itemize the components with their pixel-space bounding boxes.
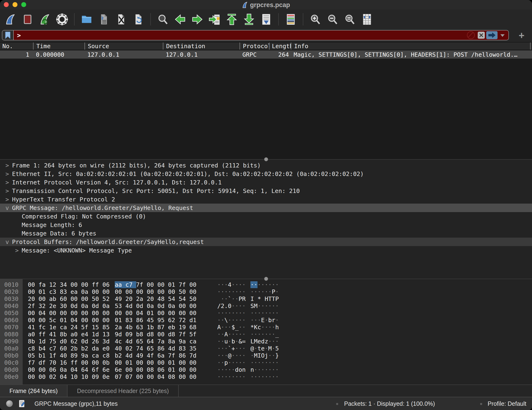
hex-offset: 0010: [0, 281, 23, 288]
hex-row[interactable]: 00c0f7 df 70 16 ff 00 00 0b00 01 00 00 0…: [0, 359, 532, 366]
detail-row[interactable]: >Message: <UNKNOWN> Message Type: [0, 246, 532, 254]
hex-row[interactable]: 00402f 32 2e 30 0d 0a 0d 0a53 4d 0d 0a 0…: [0, 302, 532, 309]
zoom-in-icon[interactable]: [308, 12, 323, 27]
last-packet-icon[interactable]: [241, 12, 256, 27]
hex-row[interactable]: 005000 04 00 00 00 00 00 0000 00 04 01 0…: [0, 309, 532, 316]
filter-clear-button[interactable]: [478, 32, 485, 39]
save-file-icon[interactable]: [96, 12, 111, 27]
detail-row[interactable]: >Ethernet II, Src: 0a:02:02:02:02:01 (0a…: [0, 170, 532, 178]
hex-row[interactable]: 003020 00 ab 60 00 00 50 5249 20 2a 20 4…: [0, 295, 532, 302]
zoom-out-icon[interactable]: [325, 12, 340, 27]
previous-packet-icon[interactable]: [172, 12, 188, 27]
tab-decompressed-header-225-bytes[interactable]: Decompressed Header (225 bytes): [67, 385, 179, 397]
hex-row[interactable]: 00d000 00 06 0a 04 64 6f 6e6e 00 00 08 0…: [0, 366, 532, 373]
chevron-down-icon[interactable]: v: [5, 239, 12, 245]
detail-row[interactable]: >HyperText Transfer Protocol 2: [0, 195, 532, 204]
column-header-time[interactable]: Time: [33, 42, 85, 49]
stop-capture-icon[interactable]: [20, 12, 35, 27]
colorize-packets-icon[interactable]: [283, 12, 298, 27]
detail-row[interactable]: >Frame 1: 264 bytes on wire (2112 bits),…: [0, 161, 532, 170]
chevron-right-icon[interactable]: >: [5, 179, 12, 186]
hex-ascii-group: ········: [250, 373, 279, 380]
capture-comment-button[interactable]: [19, 400, 26, 408]
go-to-packet-icon[interactable]: [207, 12, 222, 27]
detail-row[interactable]: vProtocol Buffers: /helloworld.Greeter/S…: [0, 238, 532, 246]
hex-row[interactable]: 00908b 1d 75 d0 62 0d 26 3d4c 4d 65 64 7…: [0, 338, 532, 345]
wireshark-start-capture-icon[interactable]: [3, 12, 18, 27]
column-header-info[interactable]: Info: [291, 42, 530, 49]
bookmark-icon: [5, 31, 11, 39]
zoom-reset-icon[interactable]: [342, 12, 357, 27]
hex-row[interactable]: 002000 01 c3 83 ea 0a 00 0000 00 00 00 0…: [0, 288, 532, 295]
hex-row[interactable]: 00b005 b1 1f 40 89 9a ca c8b2 4d 49 4f 6…: [0, 352, 532, 359]
hex-row[interactable]: 001000 fa 12 34 00 00 ff 06aa c7 7f 00 0…: [0, 281, 532, 288]
detail-text: Compressed Flag: Not Compressed (0): [22, 213, 146, 220]
hex-offset: 00d0: [0, 366, 23, 373]
hex-offset: 00b0: [0, 352, 23, 359]
display-filter-input[interactable]: >: [2, 30, 509, 40]
column-header-no[interactable]: No.: [0, 42, 33, 49]
column-header-length[interactable]: Length: [269, 42, 291, 49]
filter-add-button[interactable]: +: [517, 29, 526, 42]
hex-row[interactable]: 007041 fc 1e ca 24 5f 15 852a 4b 63 1b 8…: [0, 323, 532, 331]
pane-splitter-handle[interactable]: [264, 157, 268, 161]
hex-byte-group: 00 00 00 00 00 00 50 00: [115, 288, 196, 295]
close-file-icon[interactable]: [114, 12, 129, 27]
chevron-right-icon[interactable]: >: [15, 247, 22, 254]
detail-row[interactable]: Message Length: 6: [0, 221, 532, 229]
notepad-pencil-icon: [19, 400, 26, 408]
hex-byte-group: 00 00 04 01 00 00 00 00: [115, 310, 196, 316]
resize-columns-icon[interactable]: [360, 12, 375, 27]
detail-row[interactable]: >Transmission Control Protocol, Src Port…: [0, 186, 532, 195]
hex-row[interactable]: 006000 00 5c 01 04 00 00 0001 83 86 45 9…: [0, 316, 532, 323]
hex-byte-group: 41 fc 1e ca 24 5f 15 85: [28, 324, 110, 331]
packet-cell-3: 127.0.0.1: [163, 50, 239, 59]
chevron-right-icon[interactable]: >: [5, 171, 12, 177]
chevron-right-icon[interactable]: >: [5, 196, 12, 203]
capture-options-gear-icon[interactable]: [55, 12, 70, 27]
toolbar-separator: [278, 13, 279, 25]
packet-cell-5: 264: [269, 50, 291, 59]
detail-row[interactable]: Compressed Flag: Not Compressed (0): [0, 212, 532, 221]
hex-row[interactable]: 00a0c8 b4 c7 60 2b b2 da e040 02 74 65 8…: [0, 345, 532, 352]
filter-bookmark-button[interactable]: [2, 30, 14, 40]
detail-row[interactable]: >Internet Protocol Version 4, Src: 127.0…: [0, 178, 532, 186]
hex-ascii-group: ·MIOj··}: [250, 352, 279, 359]
hex-ascii-group: ···@····: [217, 352, 246, 359]
tab-frame-264-bytes[interactable]: Frame (264 bytes): [0, 385, 67, 397]
packet-row-selected[interactable]: 10.000000127.0.0.1127.0.0.1GRPC264Magic,…: [0, 50, 532, 59]
hex-byte-group: 6e 00 00 08 06 01 00 00: [115, 366, 196, 373]
auto-scroll-icon[interactable]: [259, 12, 274, 27]
restart-capture-icon[interactable]: [37, 12, 52, 27]
hex-byte-group: 40 02 74 65 86 4d 83 35: [115, 345, 196, 352]
reload-file-icon[interactable]: [131, 12, 146, 27]
find-packet-icon[interactable]: [155, 12, 171, 27]
expert-info-button[interactable]: [6, 400, 13, 407]
pane-splitter-handle[interactable]: [264, 277, 268, 281]
packet-list-header: No.TimeSourceDestinationProtocolLengthIn…: [0, 42, 532, 50]
filter-dropdown-caret[interactable]: [500, 34, 505, 39]
hex-ascii-group: SM······: [250, 303, 279, 309]
hex-byte-group: 8b 1d 75 d0 62 0d 26 3d: [28, 338, 110, 345]
hex-ascii-group: ··p·····: [217, 359, 246, 366]
hex-row[interactable]: 0080a0 ff 41 8b a0 e4 1d 139d 09 b8 d8 0…: [0, 331, 532, 338]
first-packet-icon[interactable]: [224, 12, 239, 27]
column-header-destination[interactable]: Destination: [163, 42, 239, 49]
filter-apply-button[interactable]: [486, 31, 498, 39]
hex-byte-group: f7 df 70 16 ff 00 00 0b: [28, 359, 110, 366]
window-title-text: grpcres.pcap: [250, 1, 290, 9]
column-header-source[interactable]: Source: [85, 42, 163, 49]
chevron-right-icon[interactable]: >: [5, 162, 12, 169]
detail-row[interactable]: Message Data: 6 bytes: [0, 229, 532, 238]
title-bar: grpcres.pcap: [0, 0, 532, 10]
chevron-right-icon[interactable]: >: [5, 187, 12, 194]
main-toolbar: [0, 10, 532, 29]
hex-row[interactable]: 00e000 00 02 04 10 10 09 0e07 07 00 00 0…: [0, 373, 532, 380]
next-packet-icon[interactable]: [190, 12, 205, 27]
open-file-folder-icon[interactable]: [79, 12, 94, 27]
profile-label[interactable]: Profile: Default: [488, 400, 526, 407]
chevron-down-icon[interactable]: v: [5, 205, 12, 211]
detail-row[interactable]: vGRPC Message: /helloworld.Greeter/SayHe…: [0, 204, 532, 212]
column-header-protocol[interactable]: Protocol: [239, 42, 269, 49]
hex-byte-group: 4c 4d 65 64 7a 8a 9a ca: [115, 338, 196, 345]
